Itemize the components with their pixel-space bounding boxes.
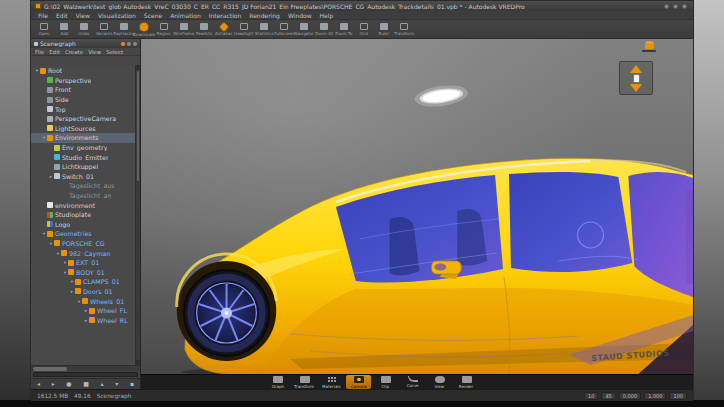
- scenegraph-menu-item[interactable]: View: [88, 49, 101, 55]
- toolbar-button[interactable]: Zoom All: [314, 21, 334, 38]
- close-button[interactable]: [682, 4, 687, 9]
- toolbar-button[interactable]: Raytracing: [114, 21, 134, 38]
- tree-row[interactable]: Logo: [31, 220, 140, 230]
- menu-item[interactable]: Interaction: [209, 12, 242, 19]
- toolbar-button[interactable]: Headlight: [234, 21, 254, 38]
- scroll-up-icon[interactable]: [136, 65, 140, 70]
- tree-row[interactable]: ▸ Wheel_FL: [31, 306, 140, 316]
- tree-row[interactable]: ▾ Environments: [31, 133, 140, 143]
- scenegraph-tool-icon[interactable]: ●: [66, 381, 71, 387]
- tree-row[interactable]: Studio_Emitter: [31, 152, 140, 162]
- scenegraph-menu-item[interactable]: Select: [106, 49, 123, 55]
- gizmo-handle[interactable]: [633, 74, 640, 83]
- tree-row[interactable]: ▾ Root: [31, 66, 140, 76]
- scenegraph-menu-item[interactable]: File: [35, 49, 44, 55]
- toolbar-button[interactable]: Variants: [94, 21, 114, 38]
- status-widget[interactable]: 1.000: [644, 392, 666, 400]
- toolbar-button[interactable]: Region: [154, 21, 174, 38]
- tree-row[interactable]: ▾ Wheels_01: [31, 296, 140, 306]
- status-widget[interactable]: 45: [601, 392, 615, 400]
- tree-row[interactable]: ▾ CLAMPS_01: [31, 277, 140, 287]
- menu-item[interactable]: View: [76, 12, 90, 19]
- module-button[interactable]: Materials: [319, 375, 344, 389]
- render-viewport[interactable]: STAUD STUDIOS: [141, 39, 693, 374]
- tree-horizontal-scrollbar[interactable]: [31, 365, 140, 371]
- tree-row[interactable]: Top: [31, 104, 140, 114]
- module-button[interactable]: Render: [454, 375, 479, 389]
- panel-float-button[interactable]: [127, 42, 131, 46]
- toolbar-button[interactable]: Statistics: [254, 21, 274, 38]
- tree-row[interactable]: Tageslicht_an: [31, 191, 140, 201]
- tree-vertical-scrollbar[interactable]: [135, 65, 140, 365]
- module-button[interactable]: Graph: [265, 375, 290, 389]
- scenegraph-tool-icon[interactable]: ▴: [101, 381, 104, 387]
- minimize-button[interactable]: [664, 4, 669, 9]
- tree-row[interactable]: ▸ Doors_01: [31, 287, 140, 297]
- toolbar-button[interactable]: Navigator: [294, 21, 314, 38]
- tree-row[interactable]: ▾ EXT_01: [31, 258, 140, 268]
- maximize-button[interactable]: [673, 4, 678, 9]
- scenegraph-tool-icon[interactable]: ▸: [52, 381, 55, 387]
- tree-row[interactable]: LightSources: [31, 124, 140, 134]
- toolbar-button[interactable]: Grid: [354, 21, 374, 38]
- toolbar-button[interactable]: Antialias: [214, 21, 234, 38]
- scenegraph-tool-icon[interactable]: ■: [83, 381, 89, 387]
- tree-row[interactable]: ▾ 982_Cayman: [31, 248, 140, 258]
- menu-item[interactable]: Help: [320, 12, 334, 19]
- toolbar-button[interactable]: Undo: [74, 21, 94, 38]
- module-button[interactable]: Curve: [400, 375, 425, 389]
- tree-row[interactable]: Lichtkuppel: [31, 162, 140, 172]
- turntable-gizmo[interactable]: [619, 61, 653, 95]
- tree-row[interactable]: PerspectiveCamera: [31, 114, 140, 124]
- scroll-thumb[interactable]: [137, 71, 139, 181]
- menu-item[interactable]: Edit: [56, 12, 68, 19]
- status-widget[interactable]: 100: [669, 392, 687, 400]
- toolbar-button[interactable]: Zoom To: [334, 21, 354, 38]
- tree-row[interactable]: Tageslicht_aus: [31, 181, 140, 191]
- tree-row[interactable]: Side: [31, 95, 140, 105]
- tree-row[interactable]: ▾ PORSCHE_CG: [31, 239, 140, 249]
- menu-item[interactable]: Animation: [170, 12, 201, 19]
- tree-row[interactable]: Front: [31, 85, 140, 95]
- viewport-badge[interactable]: [639, 43, 659, 52]
- toolbar-button[interactable]: Add: [54, 21, 74, 38]
- tree-row[interactable]: ▾ BODY_01: [31, 267, 140, 277]
- menu-item[interactable]: Rendering: [249, 12, 280, 19]
- gizmo-down-arrow-icon[interactable]: [630, 84, 642, 92]
- scenegraph-tool-icon[interactable]: ◂: [37, 381, 40, 387]
- panel-close-button[interactable]: [133, 42, 137, 46]
- menu-item[interactable]: Scene: [144, 12, 162, 19]
- module-button[interactable]: Transform: [292, 375, 317, 389]
- tree-row[interactable]: ▸ Switch_01: [31, 172, 140, 182]
- menu-item[interactable]: Window: [288, 12, 312, 19]
- toolbar-button[interactable]: Downscale: [134, 21, 154, 38]
- toolbar-button[interactable]: Wireframe: [174, 21, 194, 38]
- module-button[interactable]: Camera: [346, 375, 371, 389]
- variants-icon: [100, 23, 108, 30]
- tree-row[interactable]: ▾ Geometries: [31, 229, 140, 239]
- panel-pin-button[interactable]: [121, 42, 125, 46]
- menu-item[interactable]: File: [38, 12, 48, 19]
- gizmo-up-arrow-icon[interactable]: [630, 65, 642, 73]
- tree-row[interactable]: ▸ Wheel_RL: [31, 315, 140, 325]
- tree-row[interactable]: Perspective: [31, 76, 140, 86]
- scenegraph-menu-item[interactable]: Edit: [49, 49, 60, 55]
- status-widget[interactable]: 0.000: [619, 392, 641, 400]
- module-button[interactable]: Clip: [373, 375, 398, 389]
- tree-row[interactable]: Studioplate: [31, 210, 140, 220]
- scenegraph-tool-icon[interactable]: ▪: [130, 381, 134, 387]
- tree-row[interactable]: Env_geometry: [31, 143, 140, 153]
- downscale-icon: [140, 23, 148, 31]
- toolbar-button[interactable]: Realistic: [194, 21, 214, 38]
- toolbar-button[interactable]: Fullscreen: [274, 21, 294, 38]
- scenegraph-tool-icon[interactable]: ▾: [115, 381, 118, 387]
- toolbar-button[interactable]: Transform: [394, 21, 414, 38]
- toolbar-button[interactable]: Ruler: [374, 21, 394, 38]
- tree-row[interactable]: environment: [31, 200, 140, 210]
- status-widget[interactable]: 10: [584, 392, 598, 400]
- scenegraph-menu-item[interactable]: Create: [65, 49, 83, 55]
- scenegraph-filter-field[interactable]: [31, 371, 140, 378]
- toolbar-button[interactable]: Open: [34, 21, 54, 38]
- menu-item[interactable]: Visualization: [98, 12, 136, 19]
- module-button[interactable]: View: [427, 375, 452, 389]
